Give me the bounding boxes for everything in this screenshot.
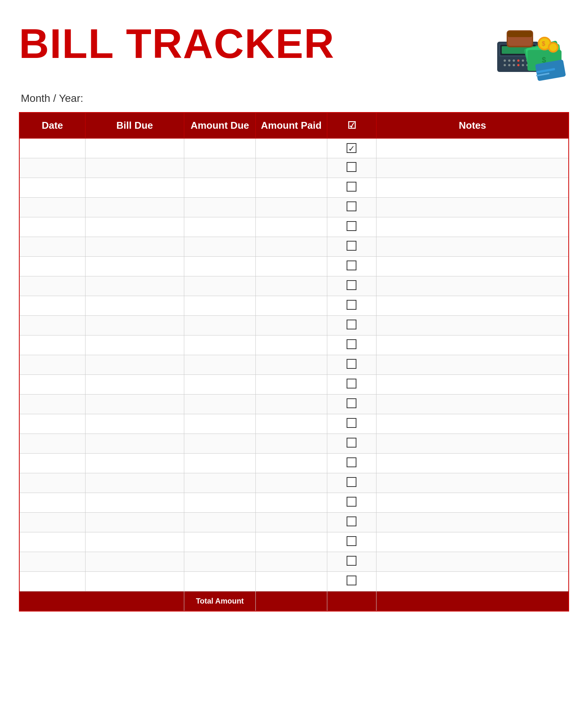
- checkbox-unchecked-icon[interactable]: [347, 516, 356, 526]
- cell-notes[interactable]: [376, 316, 569, 335]
- cell-notes[interactable]: [376, 178, 569, 198]
- cell-checkbox[interactable]: [327, 473, 376, 493]
- cell-amount-paid[interactable]: [255, 276, 327, 296]
- cell-notes[interactable]: [376, 158, 569, 178]
- cell-notes[interactable]: [376, 237, 569, 257]
- cell-amount-due[interactable]: [184, 414, 256, 434]
- checkbox-unchecked-icon[interactable]: [347, 359, 356, 369]
- cell-date[interactable]: [19, 375, 85, 395]
- cell-amount-due[interactable]: [184, 316, 256, 335]
- checkbox-unchecked-icon[interactable]: [347, 497, 356, 507]
- cell-bill-due[interactable]: [85, 414, 184, 434]
- cell-amount-paid[interactable]: [255, 493, 327, 513]
- checkbox-unchecked-icon[interactable]: [347, 576, 356, 585]
- cell-bill-due[interactable]: [85, 493, 184, 513]
- cell-checkbox[interactable]: [327, 434, 376, 454]
- cell-checkbox[interactable]: [327, 414, 376, 434]
- cell-checkbox[interactable]: [327, 355, 376, 375]
- cell-amount-paid[interactable]: [255, 139, 327, 158]
- cell-amount-paid[interactable]: [255, 178, 327, 198]
- cell-checkbox[interactable]: [327, 237, 376, 257]
- cell-checkbox[interactable]: [327, 296, 376, 316]
- cell-checkbox[interactable]: [327, 276, 376, 296]
- cell-date[interactable]: [19, 355, 85, 375]
- cell-notes[interactable]: [376, 473, 569, 493]
- cell-notes[interactable]: [376, 257, 569, 276]
- cell-amount-due[interactable]: [184, 454, 256, 473]
- cell-notes[interactable]: [376, 276, 569, 296]
- cell-amount-due[interactable]: [184, 532, 256, 552]
- cell-bill-due[interactable]: [85, 375, 184, 395]
- checkbox-unchecked-icon[interactable]: [347, 536, 356, 546]
- cell-date[interactable]: [19, 552, 85, 572]
- cell-amount-paid[interactable]: [255, 257, 327, 276]
- cell-notes[interactable]: [376, 198, 569, 217]
- cell-notes[interactable]: [376, 572, 569, 591]
- cell-date[interactable]: [19, 198, 85, 217]
- cell-bill-due[interactable]: [85, 572, 184, 591]
- cell-amount-due[interactable]: [184, 217, 256, 237]
- cell-notes[interactable]: [376, 414, 569, 434]
- cell-amount-paid[interactable]: [255, 335, 327, 355]
- cell-notes[interactable]: [376, 139, 569, 158]
- cell-checkbox[interactable]: [327, 572, 376, 591]
- cell-amount-due[interactable]: [184, 355, 256, 375]
- cell-checkbox[interactable]: [327, 198, 376, 217]
- cell-date[interactable]: [19, 296, 85, 316]
- cell-checkbox[interactable]: [327, 552, 376, 572]
- cell-date[interactable]: [19, 572, 85, 591]
- cell-amount-due[interactable]: [184, 395, 256, 414]
- checkbox-unchecked-icon[interactable]: [347, 438, 356, 448]
- cell-checkbox[interactable]: [327, 217, 376, 237]
- cell-checkbox[interactable]: [327, 454, 376, 473]
- checkbox-unchecked-icon[interactable]: [347, 379, 356, 388]
- cell-notes[interactable]: [376, 335, 569, 355]
- checkbox-unchecked-icon[interactable]: [347, 201, 356, 211]
- cell-date[interactable]: [19, 276, 85, 296]
- checkbox-unchecked-icon[interactable]: [347, 221, 356, 231]
- cell-bill-due[interactable]: [85, 335, 184, 355]
- cell-bill-due[interactable]: [85, 217, 184, 237]
- cell-date[interactable]: [19, 493, 85, 513]
- cell-amount-due[interactable]: [184, 552, 256, 572]
- cell-date[interactable]: [19, 178, 85, 198]
- cell-date[interactable]: [19, 139, 85, 158]
- cell-bill-due[interactable]: [85, 454, 184, 473]
- cell-amount-paid[interactable]: [255, 198, 327, 217]
- cell-notes[interactable]: [376, 355, 569, 375]
- checkbox-unchecked-icon[interactable]: [347, 261, 356, 270]
- cell-notes[interactable]: [376, 395, 569, 414]
- cell-amount-due[interactable]: [184, 296, 256, 316]
- checkbox-unchecked-icon[interactable]: [347, 300, 356, 310]
- cell-amount-paid[interactable]: [255, 237, 327, 257]
- cell-amount-paid[interactable]: [255, 296, 327, 316]
- cell-bill-due[interactable]: [85, 552, 184, 572]
- cell-amount-due[interactable]: [184, 572, 256, 591]
- cell-bill-due[interactable]: [85, 434, 184, 454]
- cell-amount-due[interactable]: [184, 237, 256, 257]
- cell-bill-due[interactable]: [85, 198, 184, 217]
- cell-amount-paid[interactable]: [255, 552, 327, 572]
- cell-amount-paid[interactable]: [255, 316, 327, 335]
- cell-checkbox[interactable]: [327, 493, 376, 513]
- cell-date[interactable]: [19, 237, 85, 257]
- checkbox-unchecked-icon[interactable]: [347, 280, 356, 290]
- cell-date[interactable]: [19, 434, 85, 454]
- cell-amount-paid[interactable]: [255, 473, 327, 493]
- cell-amount-due[interactable]: [184, 178, 256, 198]
- checkbox-unchecked-icon[interactable]: [347, 241, 356, 251]
- cell-notes[interactable]: [376, 296, 569, 316]
- cell-notes[interactable]: [376, 217, 569, 237]
- checkbox-unchecked-icon[interactable]: [347, 477, 356, 487]
- cell-checkbox[interactable]: [327, 375, 376, 395]
- checkbox-unchecked-icon[interactable]: [347, 556, 356, 566]
- cell-amount-paid[interactable]: [255, 395, 327, 414]
- cell-bill-due[interactable]: [85, 158, 184, 178]
- cell-amount-due[interactable]: [184, 513, 256, 532]
- checkbox-unchecked-icon[interactable]: [347, 418, 356, 428]
- checkbox-unchecked-icon[interactable]: [347, 182, 356, 192]
- cell-checkbox[interactable]: [327, 532, 376, 552]
- cell-checkbox[interactable]: [327, 395, 376, 414]
- cell-bill-due[interactable]: [85, 513, 184, 532]
- cell-date[interactable]: [19, 454, 85, 473]
